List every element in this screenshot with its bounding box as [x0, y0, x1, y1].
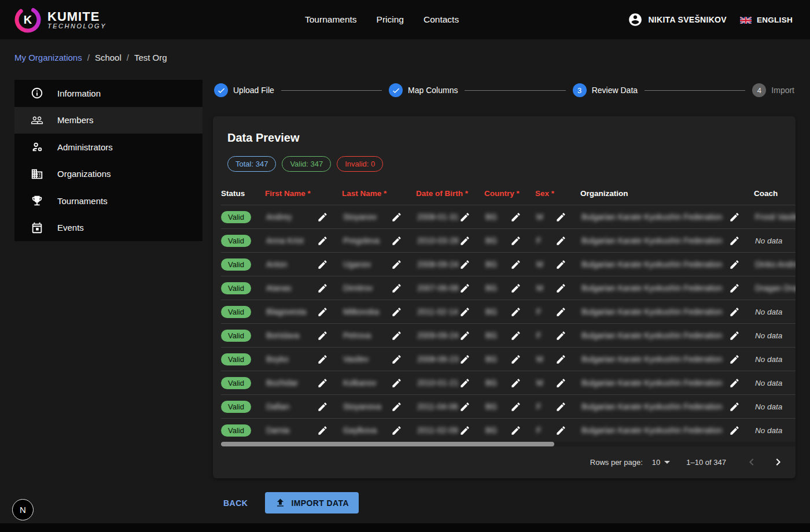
- edit-icon[interactable]: [391, 306, 402, 317]
- edit-icon[interactable]: [459, 212, 470, 223]
- edit-icon[interactable]: [510, 401, 521, 412]
- edit-icon[interactable]: [555, 425, 566, 436]
- edit-icon[interactable]: [510, 306, 521, 317]
- edit-icon[interactable]: [459, 283, 470, 294]
- edit-icon[interactable]: [555, 212, 566, 223]
- edit-icon[interactable]: [510, 283, 521, 294]
- sidebar-item-members[interactable]: Members: [14, 107, 203, 134]
- nav-link-tournaments[interactable]: Tournaments: [305, 14, 357, 25]
- sidebar-item-events[interactable]: Events: [14, 215, 203, 242]
- edit-icon[interactable]: [729, 212, 740, 223]
- country-value: BG: [485, 307, 510, 316]
- edit-icon[interactable]: [391, 354, 402, 365]
- status-badge: Valid: [221, 377, 251, 389]
- sidebar-item-tournaments[interactable]: Tournaments: [14, 187, 203, 215]
- edit-icon[interactable]: [510, 259, 521, 270]
- edit-icon[interactable]: [317, 283, 328, 294]
- user-name[interactable]: NIKITA SVEŠNIKOV: [648, 15, 726, 24]
- edit-icon[interactable]: [555, 330, 566, 341]
- edit-icon[interactable]: [391, 378, 402, 389]
- edit-icon[interactable]: [459, 235, 470, 246]
- edit-icon[interactable]: [391, 425, 402, 436]
- edit-icon[interactable]: [317, 354, 328, 365]
- edit-icon[interactable]: [510, 330, 521, 341]
- edit-icon[interactable]: [391, 212, 402, 223]
- edit-icon[interactable]: [391, 259, 402, 270]
- status-badge: Valid: [221, 306, 251, 318]
- edit-icon[interactable]: [510, 212, 521, 223]
- edit-icon[interactable]: [317, 330, 328, 341]
- horizontal-scrollbar-thumb[interactable]: [221, 442, 554, 446]
- edit-icon[interactable]: [729, 354, 740, 365]
- edit-icon[interactable]: [391, 330, 402, 341]
- edit-icon[interactable]: [317, 259, 328, 270]
- last-name-value: Stoyanova: [343, 402, 391, 411]
- status-cell: Valid: [221, 424, 266, 437]
- sidebar-item-administrators[interactable]: Administrators: [14, 134, 203, 161]
- edit-icon[interactable]: [459, 425, 470, 436]
- nav-link-pricing[interactable]: Pricing: [377, 14, 404, 25]
- edit-icon[interactable]: [317, 378, 328, 389]
- step-connector: [645, 90, 745, 91]
- last-name-cell: Kolkanov: [343, 378, 417, 389]
- edit-icon[interactable]: [510, 235, 521, 246]
- next-page-icon[interactable]: [771, 455, 785, 469]
- breadcrumb-my-organizations[interactable]: My Organizations: [14, 53, 82, 62]
- column-header-organization: Organization: [580, 189, 754, 198]
- edit-icon[interactable]: [317, 212, 328, 223]
- import-stepper: Upload File Map Columns 3 Review Data 4 …: [213, 80, 796, 97]
- edit-icon[interactable]: [391, 401, 402, 412]
- breadcrumb-school[interactable]: School: [95, 53, 122, 62]
- previous-page-icon[interactable]: [745, 455, 759, 469]
- edit-icon[interactable]: [729, 283, 740, 294]
- brand-logo[interactable]: K KUMITE TECHNOLOGY: [14, 6, 106, 33]
- edit-icon[interactable]: [510, 378, 521, 389]
- edit-icon[interactable]: [729, 401, 740, 412]
- edit-icon[interactable]: [391, 235, 402, 246]
- date-of-birth-cell: 2007-06-08: [417, 283, 485, 294]
- edit-icon[interactable]: [317, 235, 328, 246]
- edit-icon[interactable]: [317, 425, 328, 436]
- edit-icon[interactable]: [317, 306, 328, 317]
- edit-icon[interactable]: [555, 401, 566, 412]
- status-cell: Valid: [221, 211, 266, 223]
- country-value: BG: [485, 402, 510, 411]
- account-icon[interactable]: [628, 12, 643, 27]
- import-data-button[interactable]: IMPORT DATA: [265, 492, 359, 513]
- edit-icon[interactable]: [555, 259, 566, 270]
- edit-icon[interactable]: [729, 259, 740, 270]
- language-selector[interactable]: ENGLISH: [757, 16, 793, 24]
- top-navbar: K KUMITE TECHNOLOGY Tournaments Pricing …: [0, 0, 810, 39]
- date-of-birth-value: 2008-01-31: [417, 212, 459, 221]
- edit-icon[interactable]: [459, 401, 470, 412]
- dev-badge-button[interactable]: N: [12, 499, 34, 520]
- edit-icon[interactable]: [555, 235, 566, 246]
- edit-icon[interactable]: [555, 378, 566, 389]
- edit-icon[interactable]: [317, 401, 328, 412]
- nav-link-contacts[interactable]: Contacts: [424, 14, 459, 25]
- step-label: Map Columns: [408, 86, 458, 95]
- wizard-actions: BACK IMPORT DATA: [214, 492, 796, 513]
- edit-icon[interactable]: [729, 235, 740, 246]
- edit-icon[interactable]: [459, 330, 470, 341]
- edit-icon[interactable]: [729, 306, 740, 317]
- rows-per-page-select[interactable]: 10: [652, 458, 670, 467]
- sidebar-item-organizations[interactable]: Organizations: [14, 161, 203, 188]
- edit-icon[interactable]: [459, 354, 470, 365]
- edit-icon[interactable]: [510, 354, 521, 365]
- edit-icon[interactable]: [459, 378, 470, 389]
- last-name-cell: Petrova: [343, 330, 417, 341]
- edit-icon[interactable]: [459, 259, 470, 270]
- edit-icon[interactable]: [729, 330, 740, 341]
- edit-icon[interactable]: [391, 283, 402, 294]
- edit-icon[interactable]: [555, 306, 566, 317]
- edit-icon[interactable]: [729, 378, 740, 389]
- back-button[interactable]: BACK: [214, 493, 257, 513]
- edit-icon[interactable]: [555, 354, 566, 365]
- edit-icon[interactable]: [459, 306, 470, 317]
- edit-icon[interactable]: [729, 425, 740, 436]
- edit-icon[interactable]: [555, 283, 566, 294]
- status-cell: Valid: [221, 258, 266, 271]
- edit-icon[interactable]: [510, 425, 521, 436]
- sidebar-item-information[interactable]: Information: [14, 80, 203, 107]
